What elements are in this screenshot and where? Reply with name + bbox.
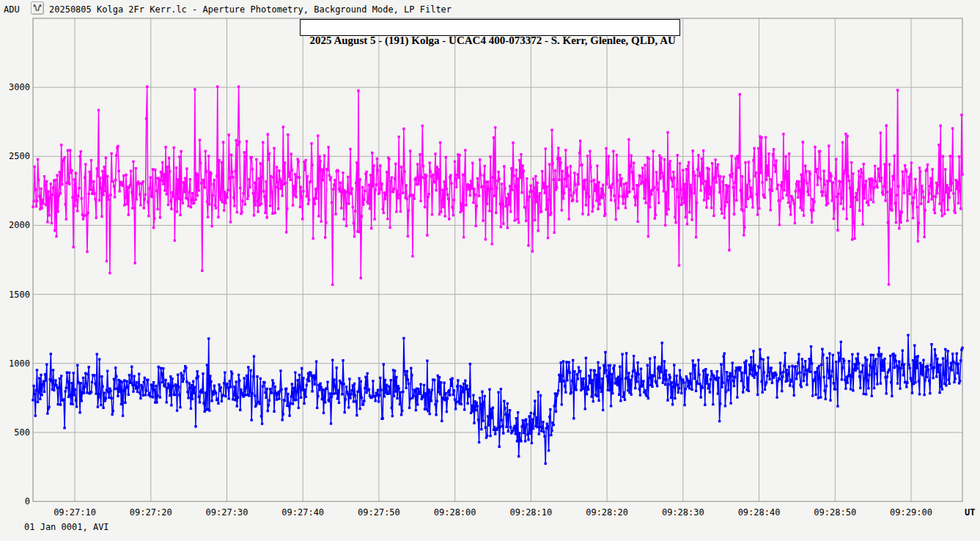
x-tick-label: 09:28:20: [581, 507, 633, 518]
y-tick-label: 1500: [0, 290, 30, 300]
lightcurve-plot[interactable]: [0, 0, 980, 541]
x-tick-label: 09:27:20: [125, 507, 177, 518]
x-tick-label: 09:28:10: [505, 507, 556, 518]
x-tick-label: 09:27:30: [201, 507, 252, 518]
observation-title-box: 2025 August 5 - (191) Kolga - UCAC4 400-…: [300, 19, 680, 36]
x-tick-label: 09:27:10: [49, 507, 100, 518]
y-tick-label: 3000: [0, 82, 30, 92]
y-tick-label: 1000: [0, 358, 30, 369]
footer-note: 01 Jan 0001, AVI: [24, 522, 109, 532]
x-tick-label: 09:28:40: [734, 507, 785, 518]
y-tick-label: 500: [0, 427, 30, 438]
x-tick-label: 09:27:40: [277, 507, 328, 518]
y-tick-label: 2000: [0, 220, 30, 230]
x-tick-label: 09:29:00: [885, 507, 937, 518]
y-tick-label: 0: [0, 496, 30, 507]
y-tick-label: 2500: [0, 151, 30, 161]
x-tick-label: 09:28:00: [430, 507, 481, 518]
x-axis-unit-label: UT: [965, 507, 975, 518]
comparison-star-lightcurve-line: [33, 87, 962, 284]
x-tick-label: 09:28:50: [809, 507, 861, 518]
x-tick-label: 09:27:50: [353, 507, 405, 518]
observation-title-text: 2025 August 5 - (191) Kolga - UCAC4 400-…: [310, 34, 676, 46]
x-tick-label: 09:28:30: [657, 507, 709, 518]
